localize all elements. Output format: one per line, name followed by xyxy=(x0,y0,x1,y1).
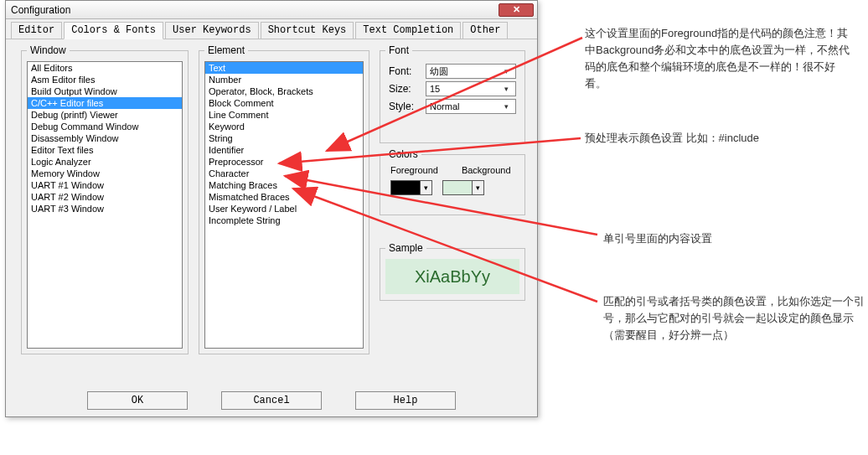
window-list-item[interactable]: UART #1 Window xyxy=(28,179,182,191)
window-list-item[interactable]: C/C++ Editor files xyxy=(28,97,182,109)
tab-strip: Editor Colors & Fonts User Keywords Shor… xyxy=(6,19,537,39)
style-value: Normal xyxy=(430,101,459,111)
cancel-button[interactable]: Cancel xyxy=(221,391,322,410)
close-button[interactable]: ✕ xyxy=(499,3,534,17)
font-value: 幼圆 xyxy=(430,65,448,78)
element-list-item[interactable]: User Keyword / Label xyxy=(205,203,363,215)
window-list-item[interactable]: Memory Window xyxy=(28,168,182,179)
chevron-down-icon: ▾ xyxy=(420,181,431,194)
dialog-title: Configuration xyxy=(11,4,70,16)
element-list-item[interactable]: Keyword xyxy=(205,121,363,132)
size-dropdown[interactable]: 15 ▾ xyxy=(426,81,516,96)
window-list-item[interactable]: All Editors xyxy=(28,62,182,74)
ok-button[interactable]: OK xyxy=(87,391,188,410)
annotation-preprocessor: 预处理表示颜色设置 比如：#include xyxy=(585,130,853,147)
element-list-item[interactable]: Incomplete String xyxy=(205,215,363,226)
annotation-matching-braces: 匹配的引号或者括号类的颜色设置，比如你选定一个引号，那么与它配对的引号就会一起以… xyxy=(603,293,868,344)
window-list-item[interactable]: Disassembly Window xyxy=(28,132,182,144)
element-list-item[interactable]: Character xyxy=(205,168,363,179)
element-legend: Element xyxy=(204,44,248,56)
window-list-item[interactable]: Debug Command Window xyxy=(28,121,182,132)
element-list-item[interactable]: Identifier xyxy=(205,144,363,156)
dialog-body: Window All EditorsAsm Editor filesBuild … xyxy=(6,39,537,383)
window-group: Window All EditorsAsm Editor filesBuild … xyxy=(21,44,189,354)
element-group: Element TextNumberOperator, Block, Brack… xyxy=(199,44,369,354)
size-value: 15 xyxy=(430,84,440,94)
button-row: OK Cancel Help xyxy=(6,391,537,410)
tab-user-keywords[interactable]: User Keywords xyxy=(165,22,259,39)
window-list-item[interactable]: Debug (printf) Viewer xyxy=(28,109,182,121)
element-listbox[interactable]: TextNumberOperator, Block, BracketsBlock… xyxy=(204,61,364,349)
background-swatch[interactable]: ▾ xyxy=(442,180,484,195)
window-list-item[interactable]: UART #2 Window xyxy=(28,191,182,203)
window-list-item[interactable]: Logic Analyzer xyxy=(28,156,182,168)
window-list-item[interactable]: Build Output Window xyxy=(28,85,182,97)
close-icon: ✕ xyxy=(513,4,520,15)
foreground-color xyxy=(391,181,420,194)
font-group: Font Font: 幼圆 ▾ Size: 15 ▾ Style: Normal xyxy=(380,44,525,143)
annotation-character: 单引号里面的内容设置 xyxy=(603,230,868,247)
element-list-item[interactable]: Preprocessor xyxy=(205,156,363,168)
titlebar: Configuration ✕ xyxy=(6,1,537,19)
background-label: Background xyxy=(462,165,511,175)
configuration-dialog: Configuration ✕ Editor Colors & Fonts Us… xyxy=(5,0,538,417)
tab-shortcut-keys[interactable]: Shortcut Keys xyxy=(261,22,354,39)
sample-preview: XiAaBbYy xyxy=(385,259,519,294)
window-legend: Window xyxy=(27,44,70,56)
colors-group: Colors Foreground Background ▾ ▾ xyxy=(380,148,525,215)
window-list-item[interactable]: UART #3 Window xyxy=(28,203,182,215)
font-label: Font: xyxy=(389,65,422,77)
chevron-down-icon: ▾ xyxy=(472,181,483,194)
style-label: Style: xyxy=(389,101,422,112)
window-list-item[interactable]: Editor Text files xyxy=(28,144,182,156)
element-list-item[interactable]: Number xyxy=(205,74,363,85)
chevron-down-icon: ▾ xyxy=(500,67,512,75)
element-list-item[interactable]: Text xyxy=(205,62,363,74)
element-list-item[interactable]: Operator, Block, Brackets xyxy=(205,85,363,97)
element-list-item[interactable]: Line Comment xyxy=(205,109,363,121)
foreground-swatch[interactable]: ▾ xyxy=(390,180,432,195)
window-listbox[interactable]: All EditorsAsm Editor filesBuild Output … xyxy=(27,61,183,349)
font-legend: Font xyxy=(385,44,412,56)
style-dropdown[interactable]: Normal ▾ xyxy=(426,99,516,114)
size-label: Size: xyxy=(389,83,422,95)
tab-other[interactable]: Other xyxy=(462,22,508,39)
colors-legend: Colors xyxy=(385,148,421,160)
element-list-item[interactable]: String xyxy=(205,132,363,144)
tab-colors-fonts[interactable]: Colors & Fonts xyxy=(64,22,163,39)
annotation-foreground: 这个设置里面的Foreground指的是代码的颜色注意！其中Background… xyxy=(585,25,853,92)
element-list-item[interactable]: Block Comment xyxy=(205,97,363,109)
window-list-item[interactable]: Asm Editor files xyxy=(28,74,182,85)
chevron-down-icon: ▾ xyxy=(500,102,512,111)
font-dropdown[interactable]: 幼圆 ▾ xyxy=(426,64,516,79)
tab-editor[interactable]: Editor xyxy=(11,22,62,39)
help-button[interactable]: Help xyxy=(355,391,456,410)
sample-group: Sample XiAaBbYy xyxy=(380,242,525,301)
foreground-label: Foreground xyxy=(390,165,438,175)
chevron-down-icon: ▾ xyxy=(500,85,512,93)
tab-text-completion[interactable]: Text Completion xyxy=(355,22,461,39)
sample-legend: Sample xyxy=(385,242,426,254)
element-list-item[interactable]: Matching Braces xyxy=(205,179,363,191)
element-list-item[interactable]: Mismatched Braces xyxy=(205,191,363,203)
background-color xyxy=(443,181,472,194)
